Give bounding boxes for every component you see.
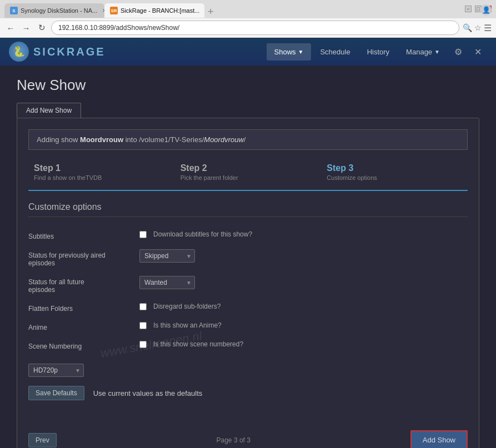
shows-dropdown-arrow: ▼: [298, 49, 304, 55]
manage-dropdown-arrow: ▼: [434, 49, 440, 55]
form-row-status-future: Status for all futureepisodes Wanted Ski…: [28, 271, 468, 298]
step-2-label: Step 2: [181, 163, 316, 173]
content-box: Adding show Moordvrouw into /volume1/TV-…: [17, 118, 479, 448]
tab-favicon-2: SR: [110, 7, 118, 14]
page-title: New Show: [17, 77, 479, 94]
section-title: Customize options: [28, 202, 468, 217]
bottom-nav: Prev Page 3 of 3 Add Show: [28, 421, 468, 448]
logo-icon: 🐍: [9, 42, 29, 62]
tools-icon-btn[interactable]: ✕: [469, 42, 487, 62]
form-row-flatten: Flatten Folders Disregard sub-folders?: [28, 298, 468, 317]
nav-item-manage[interactable]: Manage ▼: [398, 43, 448, 61]
toolbar-icons: 🔍 ☆ ☰: [463, 23, 492, 33]
subtitles-checkbox[interactable]: [139, 231, 147, 238]
anime-control: Is this show an Anime?: [139, 321, 468, 329]
app-container: 🐍 SICKRAGE Shows ▼ Schedule History Mana…: [0, 38, 496, 448]
prev-button[interactable]: Prev: [28, 433, 57, 447]
refresh-button[interactable]: ↻: [36, 22, 48, 34]
quality-select-wrapper: HD720p HD1080p SD Any ▼: [28, 364, 84, 377]
step-1-desc: Find a show on theTVDB: [34, 174, 169, 181]
step-1-label: Step 1: [34, 163, 169, 173]
show-name-italic: Moordvrouw: [204, 135, 244, 144]
status-future-label: Status for all futureepisodes: [28, 276, 139, 294]
step-1: Step 1 Find a show on theTVDB: [28, 161, 175, 183]
new-tab-button[interactable]: +: [204, 6, 217, 18]
scene-control: Is this show scene numbered?: [139, 340, 468, 348]
back-button[interactable]: ←: [4, 22, 17, 34]
browser-titlebar: 👤 S Synology DiskStation - NA... × SR Si…: [0, 0, 496, 18]
quality-select[interactable]: HD720p HD1080p SD Any: [28, 364, 84, 377]
form-row-anime: Anime Is this show an Anime?: [28, 317, 468, 336]
status-prev-control: Skipped Wanted Archived Ignored ▼: [139, 249, 468, 263]
minimize-button[interactable]: −: [465, 6, 472, 12]
flatten-checkbox-label: Disregard sub-folders?: [153, 303, 221, 310]
quality-row: HD720p HD1080p SD Any ▼: [28, 359, 468, 381]
main-content: New Show Add New Show Adding show Moordv…: [0, 66, 496, 448]
show-name-bold: Moordvrouw: [80, 135, 123, 144]
status-prev-select[interactable]: Skipped Wanted Archived Ignored: [139, 249, 195, 263]
top-nav: 🐍 SICKRAGE Shows ▼ Schedule History Mana…: [0, 38, 496, 66]
menu-icon[interactable]: ☰: [484, 23, 492, 33]
settings-icon-btn[interactable]: ⚙: [449, 42, 468, 62]
step-3: Step 3 Customize options: [321, 161, 468, 183]
browser-toolbar: ← → ↻ 192.168.0.10:8899/addShows/newShow…: [0, 18, 496, 38]
search-icon[interactable]: 🔍: [463, 23, 472, 32]
nav-item-history[interactable]: History: [359, 43, 397, 61]
page-indicator: Page 3 of 3: [217, 436, 250, 444]
logo-area: 🐍 SICKRAGE: [9, 42, 106, 62]
defaults-row: Save Defaults Use current values as the …: [28, 381, 468, 405]
flatten-control: Disregard sub-folders?: [139, 303, 468, 310]
logo-text: SICKRAGE: [33, 46, 106, 58]
form-row-subtitles: Subtitles Download subtitles for this sh…: [28, 226, 468, 245]
status-future-select[interactable]: Wanted Skipped Archived Ignored: [139, 276, 195, 289]
step-3-desc: Customize options: [327, 174, 462, 181]
flatten-label: Flatten Folders: [28, 303, 139, 313]
flatten-checkbox[interactable]: [139, 303, 147, 310]
status-future-select-wrapper: Wanted Skipped Archived Ignored ▼: [139, 276, 195, 289]
add-new-show-tab[interactable]: Add New Show: [17, 103, 81, 118]
defaults-hint: Use current values as the defaults: [93, 389, 203, 397]
tab-bar: Add New Show: [17, 103, 479, 118]
steps-row: Step 1 Find a show on theTVDB Step 2 Pic…: [28, 161, 468, 191]
status-future-control: Wanted Skipped Archived Ignored ▼: [139, 276, 468, 289]
nav-item-shows[interactable]: Shows ▼: [267, 43, 312, 61]
step-2: Step 2 Pick the parent folder: [175, 161, 322, 183]
scene-checkbox[interactable]: [139, 341, 147, 348]
nav-item-schedule[interactable]: Schedule: [312, 43, 358, 61]
nav-menu: Shows ▼ Schedule History Manage ▼ ⚙ ✕: [267, 42, 488, 62]
bookmark-icon[interactable]: ☆: [474, 23, 482, 32]
step-2-desc: Pick the parent folder: [181, 174, 316, 181]
status-prev-label: Status for previously airedepisodes: [28, 249, 139, 267]
scene-checkbox-label: Is this show scene numbered?: [153, 340, 243, 348]
form-row-status-prev: Status for previously airedepisodes Skip…: [28, 245, 468, 271]
address-bar[interactable]: 192.168.0.10:8899/addShows/newShow/: [51, 21, 459, 35]
add-show-button[interactable]: Add Show: [410, 430, 468, 448]
anime-label: Anime: [28, 321, 139, 331]
anime-checkbox[interactable]: [139, 322, 147, 329]
tab-sickrage[interactable]: SR SickRage - BRANCH:[mast... ×: [104, 3, 204, 18]
browser-tabs: S Synology DiskStation - NA... × SR Sick…: [4, 0, 217, 18]
forward-button[interactable]: →: [20, 22, 32, 34]
step-3-label: Step 3: [327, 163, 462, 173]
subtitles-checkbox-label: Download subtitles for this show?: [153, 230, 252, 238]
profile-icon: 👤: [480, 4, 492, 16]
subtitles-label: Subtitles: [28, 230, 139, 240]
subtitles-control: Download subtitles for this show?: [139, 230, 468, 238]
save-defaults-button[interactable]: Save Defaults: [28, 386, 84, 400]
scene-label: Scene Numbering: [28, 340, 139, 350]
anime-checkbox-label: Is this show an Anime?: [153, 321, 222, 329]
tab-diskstation[interactable]: S Synology DiskStation - NA... ×: [4, 3, 104, 18]
status-prev-select-wrapper: Skipped Wanted Archived Ignored ▼: [139, 249, 195, 263]
form-row-scene: Scene Numbering Is this show scene numbe…: [28, 336, 468, 355]
browser-frame: 👤 S Synology DiskStation - NA... × SR Si…: [0, 0, 496, 38]
info-bar: Adding show Moordvrouw into /volume1/TV-…: [28, 129, 468, 150]
tab-favicon-1: S: [10, 7, 18, 14]
